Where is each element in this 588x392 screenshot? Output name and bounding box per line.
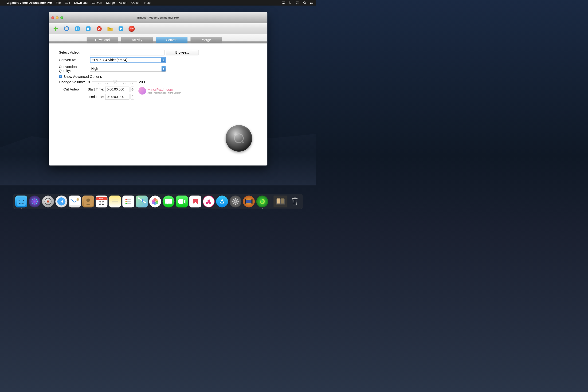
svg-line-56 <box>237 199 238 200</box>
record-button[interactable]: REC <box>128 26 135 32</box>
dock-notes[interactable] <box>109 196 121 208</box>
svg-point-32 <box>86 198 90 202</box>
cut-video-checkbox[interactable] <box>59 88 62 91</box>
svg-point-10 <box>310 3 311 4</box>
stop-button[interactable] <box>85 26 92 32</box>
dock-bigasoft[interactable] <box>256 196 268 208</box>
dock-news[interactable] <box>190 196 202 208</box>
pause-button[interactable] <box>74 26 80 32</box>
dock-launchpad[interactable] <box>42 196 54 208</box>
delete-button[interactable] <box>96 26 102 32</box>
dock: DEC30 <box>13 194 303 209</box>
dock-facetime[interactable] <box>176 196 188 208</box>
dock-video-converter[interactable] <box>243 196 255 208</box>
svg-rect-11 <box>311 4 313 4</box>
dock-safari[interactable] <box>56 196 68 208</box>
svg-rect-41 <box>128 203 131 204</box>
watermark-logo-icon <box>138 87 146 94</box>
convert-to-value: MPEG4 Video(*.mp4) <box>96 58 127 62</box>
app-menu[interactable]: Bigasoft Video Downloader Pro <box>6 1 52 4</box>
menu-help[interactable]: Help <box>144 1 151 4</box>
menu-action[interactable]: Action <box>119 1 128 4</box>
svg-line-5 <box>305 3 306 4</box>
volume-slider[interactable] <box>92 80 137 84</box>
dock-system-preferences[interactable] <box>230 196 242 208</box>
dock-itunes[interactable] <box>203 196 215 208</box>
dock-messages[interactable] <box>163 196 174 208</box>
dock-contacts[interactable] <box>82 196 94 208</box>
window-title: Bigasoft Video Downloader Pro <box>49 16 267 19</box>
end-time-stepper[interactable]: ▲▼ <box>131 94 134 100</box>
spotlight-icon[interactable] <box>303 1 306 4</box>
volume-max: 200 <box>139 80 145 84</box>
menu-file[interactable]: File <box>56 1 61 4</box>
watermark-text: MinorPatch.com <box>148 88 181 92</box>
start-time-input[interactable]: 0:00:00.000 <box>106 87 130 92</box>
advanced-label: Show Advanced Options <box>64 74 102 78</box>
titlebar[interactable]: Bigasoft Video Downloader Pro <box>49 12 267 23</box>
convert-to-select[interactable]: MPEG4 Video(*.mp4) ▲▼ <box>90 57 166 63</box>
dock-trash[interactable] <box>289 196 301 208</box>
tab-download[interactable]: Download <box>87 37 118 43</box>
tab-activity[interactable]: Activity <box>121 37 153 43</box>
cursor-icon[interactable] <box>289 1 292 4</box>
open-folder-button[interactable] <box>107 26 113 32</box>
svg-rect-48 <box>178 199 183 204</box>
convert-to-label: Convert to: <box>58 58 88 62</box>
svg-rect-14 <box>78 27 78 30</box>
app-window: Bigasoft Video Downloader Pro REC Downlo… <box>49 12 267 166</box>
end-time-label: End Time: <box>84 95 104 99</box>
start-time-label: Start Time: <box>84 88 104 92</box>
browse-button[interactable]: Browse... <box>166 50 198 56</box>
convert-action-button[interactable] <box>226 125 252 152</box>
menu-edit[interactable]: Edit <box>65 1 70 4</box>
dock-calendar[interactable]: DEC30 <box>96 196 108 208</box>
dock-finder[interactable] <box>15 196 27 208</box>
svg-rect-16 <box>87 28 89 30</box>
dock-reminders[interactable] <box>122 196 134 208</box>
start-time-stepper[interactable]: ▲▼ <box>131 87 134 92</box>
svg-point-23 <box>18 200 20 201</box>
tab-convert[interactable]: Convert <box>156 37 187 43</box>
dock-mail[interactable] <box>69 196 81 208</box>
quality-label: Conversion Quality: <box>58 65 88 72</box>
svg-point-4 <box>304 2 306 4</box>
dock-appstore[interactable] <box>216 196 228 208</box>
select-video-input[interactable] <box>90 50 164 56</box>
refresh-button[interactable] <box>64 26 70 32</box>
svg-line-66 <box>294 200 294 204</box>
menu-download[interactable]: Download <box>74 1 88 4</box>
dock-recent-folder[interactable] <box>274 196 288 208</box>
volume-label: Change Volume: <box>59 80 86 84</box>
svg-rect-63 <box>281 198 284 204</box>
advanced-checkbox[interactable]: ✓ <box>59 75 62 78</box>
tab-merge[interactable]: Merge <box>190 37 222 43</box>
svg-point-24 <box>23 200 24 201</box>
select-video-label: Select Video: <box>58 50 88 54</box>
svg-point-49 <box>234 200 237 203</box>
menu-convert[interactable]: Convert <box>92 1 102 4</box>
svg-rect-37 <box>128 199 131 200</box>
display-icon[interactable] <box>282 1 285 4</box>
screen-mirror-icon[interactable] <box>296 1 300 4</box>
add-button[interactable] <box>53 26 59 32</box>
svg-rect-9 <box>311 2 313 3</box>
dock-separator <box>271 196 271 206</box>
dock-siri[interactable] <box>29 196 41 208</box>
quality-select[interactable]: High ▲▼ <box>90 66 166 72</box>
svg-point-8 <box>310 2 311 3</box>
cut-video-label: Cut Video <box>64 88 79 92</box>
menu-option[interactable]: Option <box>131 1 140 4</box>
svg-point-6 <box>310 2 311 2</box>
dock-photos[interactable] <box>149 196 161 208</box>
menu-merge[interactable]: Merge <box>106 1 115 4</box>
dock-maps[interactable] <box>136 196 148 208</box>
svg-rect-58 <box>246 200 252 203</box>
play-button[interactable] <box>118 26 124 32</box>
svg-point-26 <box>33 200 36 203</box>
svg-rect-39 <box>128 201 131 202</box>
svg-rect-64 <box>292 198 298 199</box>
menu-extras-icon[interactable] <box>310 1 314 4</box>
end-time-input[interactable]: 0:00:00.000 <box>106 94 130 100</box>
svg-rect-3 <box>297 2 299 4</box>
